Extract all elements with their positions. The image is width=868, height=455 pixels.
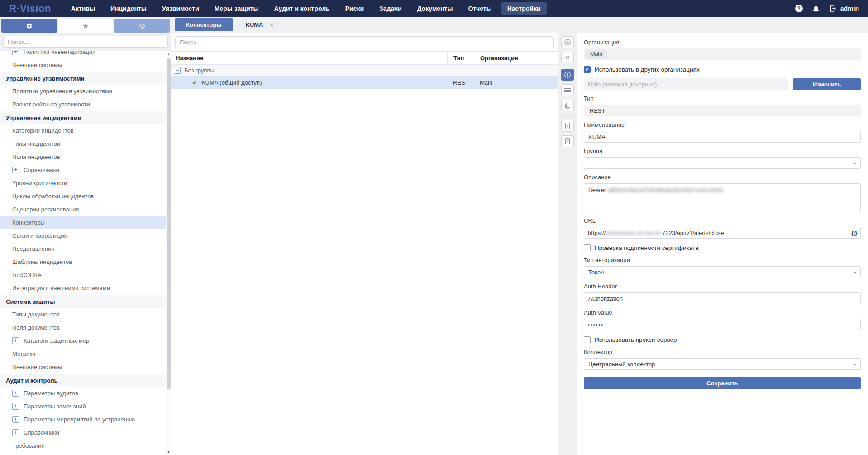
description-prefix: Bearer (588, 187, 606, 193)
chevron-down-icon: ▾ (854, 362, 856, 367)
nav-item-incidents[interactable]: Инциденты (104, 2, 153, 15)
sidebar-item-document-types[interactable]: Типы документов (0, 308, 171, 321)
template-variables-icon[interactable]: {;} (852, 230, 857, 236)
scrollbar-thumb[interactable] (167, 58, 171, 389)
sidebar-item-incident-types[interactable]: Типы инцидентов (0, 137, 171, 150)
copy-connector-button[interactable] (561, 100, 574, 111)
expand-plus-icon[interactable]: + (12, 416, 19, 423)
checkbox-checked-icon[interactable]: ✔ (584, 66, 591, 73)
sidebar-item-audit-dictionaries[interactable]: +Справочники (0, 426, 171, 439)
sidebar-item-criticality-levels[interactable]: Уровни критичности (0, 177, 171, 190)
sidebar-item-incident-cycles[interactable]: Циклы обработки инцидентов (0, 190, 171, 203)
tree-scrollbar[interactable]: ▲ ▼ (166, 51, 171, 455)
tab-settings[interactable] (1, 19, 57, 33)
sidebar-item-document-fields[interactable]: Поля документов (0, 321, 171, 334)
connectors-search-input[interactable] (175, 36, 554, 48)
column-type[interactable]: Тип (447, 52, 474, 64)
change-organizations-button[interactable]: Изменить (793, 78, 861, 90)
close-tab-icon[interactable]: ✕ (270, 22, 274, 28)
nav-item-vulnerabilities[interactable]: Уязвимости (156, 2, 205, 15)
nav-item-reports[interactable]: Отчеты (462, 2, 498, 15)
cert-checkbox-label: Проверка подлинности сертификата (595, 244, 698, 251)
logout-icon[interactable] (829, 5, 837, 13)
sidebar-item-response-scenarios[interactable]: Сценарии реагирования (0, 203, 171, 216)
sidebar-item-incident-fields[interactable]: Поля инцидентов (0, 150, 171, 163)
sidebar-item-incident-templates[interactable]: Шаблоны инцидентов (0, 255, 171, 268)
delete-connector-button[interactable]: ✕ (561, 52, 574, 63)
sidebar-item-vuln-rating[interactable]: Расчет рейтинга уязвимости (0, 98, 171, 111)
column-name[interactable]: Название (171, 55, 447, 62)
sidebar-item-remark-params[interactable]: +Параметры замечаний (0, 400, 171, 413)
tab-kuma[interactable]: KUMA ✕ (246, 21, 274, 28)
sidebar-item-vuln-policies[interactable]: Политики управления уязвимостями (0, 85, 171, 98)
nav-item-documents[interactable]: Документы (411, 2, 459, 15)
group-row-no-group[interactable]: − Без группы (171, 65, 558, 76)
info-button[interactable] (561, 69, 574, 81)
sidebar-item-requirements[interactable]: Требования (0, 439, 171, 452)
auth-type-value: Токен (588, 269, 854, 276)
url-input[interactable]: https://xxxxxxxxxx.xx.xxx.xx:7223/api/v1… (584, 227, 861, 239)
scroll-down-icon[interactable]: ▼ (166, 450, 171, 454)
auth-value-input[interactable]: •••••• (584, 319, 861, 330)
expand-plus-icon[interactable]: + (12, 429, 19, 436)
description-textarea[interactable]: Bearer a8f3k2m9q1w7e5r4t6y8u3i2o5p7zx4cv… (584, 183, 861, 212)
notifications-bell-icon[interactable] (812, 5, 820, 13)
sidebar-item-remediation-params[interactable]: +Параметры мероприятий по устранению (0, 413, 171, 426)
auth-header-label: Auth Header (584, 283, 861, 290)
auth-header-input[interactable] (584, 292, 861, 304)
sidebar-item-views[interactable]: Представления (0, 242, 171, 255)
column-organization[interactable]: Организация (474, 52, 558, 64)
checkbox-unchecked-icon[interactable] (584, 336, 591, 343)
sidebar-item-gossopka[interactable]: ГосСОПКА (0, 268, 171, 282)
expand-plus-icon[interactable]: + (12, 337, 19, 344)
nav-item-settings[interactable]: Настройки (501, 2, 547, 15)
help-icon[interactable]: ? (795, 5, 803, 12)
organization-field: Main (584, 48, 861, 60)
sidebar-item-external-systems[interactable]: Внешние системы (0, 58, 171, 72)
save-button[interactable]: Сохранить (584, 377, 861, 389)
sidebar-item-links-correlation[interactable]: Связи и корреляция (0, 229, 171, 242)
export-connector-button[interactable] (561, 120, 574, 132)
nav-item-protection-measures[interactable]: Меры защиты (208, 2, 265, 15)
share-checkbox-row[interactable]: ✔ Использовать в других организациях (584, 66, 861, 73)
tab-favorites[interactable]: ★ (58, 19, 114, 33)
table-row-kuma[interactable]: ✔ KUMA (общий доступ) REST Main (171, 76, 558, 89)
export-document-icon (564, 122, 571, 129)
expand-plus-icon[interactable]: + (12, 403, 19, 410)
sidebar-item-metrics[interactable]: Метрики (0, 347, 171, 360)
sidebar-item-measure-catalogs[interactable]: +Каталоги защитных мер (0, 334, 171, 347)
checkbox-unchecked-icon[interactable] (584, 244, 591, 251)
main-menu: Активы Инциденты Уязвимости Меры защиты … (65, 2, 547, 15)
nav-item-audit-control[interactable]: Аудит и контроль (267, 2, 336, 15)
sidebar-item-dictionaries[interactable]: +Справочники (0, 163, 171, 177)
expand-plus-icon[interactable]: + (12, 167, 19, 173)
user-menu[interactable]: admin (829, 5, 859, 13)
nav-item-assets[interactable]: Активы (65, 2, 101, 15)
group-select[interactable]: ▾ (584, 157, 861, 169)
sidebar-item-connectors[interactable]: Коннекторы (0, 216, 171, 229)
sidebar-item-external-integration[interactable]: Интеграция с внешними системами (0, 282, 171, 295)
sidebar-item-clipped[interactable]: Контроли (0, 452, 171, 455)
sidebar-search-input[interactable] (3, 36, 168, 48)
tab-connectors[interactable]: Коннекторы (175, 18, 233, 31)
scroll-up-icon[interactable]: ▲ (166, 53, 171, 56)
sidebar-item-incident-categories[interactable]: Категории инцидентов (0, 124, 171, 137)
tab-history[interactable] (114, 19, 170, 33)
cert-checkbox-row[interactable]: Проверка подлинности сертификата (584, 244, 861, 251)
nav-item-tasks[interactable]: Задачи (373, 2, 408, 15)
sidebar-item-audit-params[interactable]: +Параметры аудитов (0, 387, 171, 400)
collapse-minus-icon[interactable]: − (174, 67, 181, 74)
add-connector-button[interactable] (561, 36, 574, 48)
collector-select[interactable]: Центральный коллектор ▾ (584, 358, 861, 370)
nav-item-risks[interactable]: Риски (339, 2, 370, 15)
expand-plus-icon[interactable]: + (12, 51, 19, 55)
sidebar-item-inventory-policies[interactable]: +Политики инвентаризации (0, 51, 171, 58)
import-connector-button[interactable] (561, 135, 574, 147)
sidebar-item-external-systems-2[interactable]: Внешние системы (0, 360, 171, 374)
auth-type-select[interactable]: Токен ▾ (584, 266, 861, 278)
expand-plus-icon[interactable]: + (12, 390, 19, 397)
name-input[interactable] (584, 131, 861, 143)
connector-org: Main (474, 76, 558, 89)
proxy-checkbox-row[interactable]: Использовать прокси-сервер (584, 336, 861, 343)
list-view-button[interactable] (561, 84, 574, 96)
